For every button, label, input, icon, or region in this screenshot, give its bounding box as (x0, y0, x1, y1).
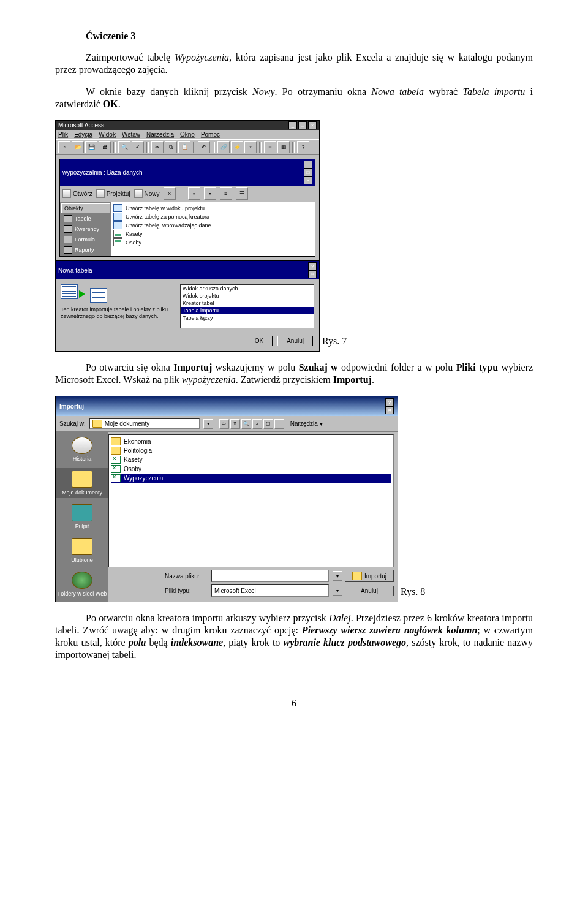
dialog-close-icon[interactable]: × (308, 270, 317, 278)
maximize-icon[interactable]: □ (298, 121, 307, 129)
screenshot-access: Microsoft Access _ □ × Plik Edycja Widok… (55, 120, 320, 352)
db-title: wypozyczalnia : Baza danych (62, 169, 143, 176)
tool-relation-icon[interactable]: ∞ (244, 141, 257, 153)
bold-italic: Pierwszy wiersz zawiera nagłówek kolumn (302, 625, 477, 635)
sidebar-item-tabele[interactable]: Tabele (61, 214, 110, 224)
filename-dropdown-icon[interactable]: ▾ (333, 571, 342, 581)
tool-props-icon[interactable]: ≡ (264, 141, 276, 153)
list-item-table[interactable]: Kasety (113, 230, 313, 238)
dialog-title: Nowa tabela (58, 267, 92, 274)
menu-plik[interactable]: Plik (58, 131, 68, 138)
import-title: Importuj (59, 403, 84, 410)
folder-icon (111, 447, 121, 455)
newfolder-icon[interactable]: ▢ (263, 419, 273, 429)
window-controls: _ □ × (288, 121, 317, 129)
file-item-folder[interactable]: Ekonomia (111, 437, 391, 446)
tool-db-icon[interactable]: ▦ (277, 141, 290, 153)
toolbar: ▫ 📂 💾 🖶 🔍 ✓ ✂ ⧉ 📋 ↶ 🔗 ⚡ ∞ ≡ ▦ ? (56, 139, 319, 155)
listbox-item[interactable]: Tabela łączy (181, 314, 314, 322)
places-bar: Historia Moje dokumenty Pulpit Ulubione … (56, 432, 108, 602)
db-minimize-icon[interactable]: _ (304, 161, 312, 168)
up-icon[interactable]: ⇧ (230, 419, 240, 429)
delete-icon[interactable]: × (252, 419, 262, 429)
list-item[interactable]: Utwórz tabelę w widoku projektu (113, 204, 313, 212)
listbox-item[interactable]: Kreator tabel (181, 300, 314, 307)
listbox-item[interactable]: Widok projektu (181, 292, 314, 300)
delete-icon[interactable]: × (164, 187, 176, 200)
tool-help-icon[interactable]: ? (297, 141, 309, 153)
sidebar-item-formularze[interactable]: Formula... (61, 235, 110, 244)
list-item[interactable]: Utwórz tabelę, wprowadzając dane (113, 221, 313, 229)
back-icon[interactable]: ⇦ (219, 419, 229, 429)
import-close-icon[interactable]: × (385, 406, 394, 414)
tool-link-icon[interactable]: 🔗 (217, 141, 230, 153)
tool-paste-icon[interactable]: 📋 (178, 141, 190, 153)
minimize-icon[interactable]: _ (288, 121, 297, 129)
place-pulpit[interactable]: Pulpit (56, 502, 108, 532)
menu-widok[interactable]: Widok (99, 131, 116, 138)
bold-italic: pola (129, 637, 146, 648)
db-close-icon[interactable]: × (304, 176, 312, 184)
filename-input[interactable] (211, 570, 329, 582)
cancel-button[interactable]: Anuluj (345, 586, 394, 596)
place-foldery-web[interactable]: Foldery w sieci Web (56, 569, 108, 599)
import-icon (352, 572, 362, 580)
list-item-table[interactable]: Osoby (113, 238, 313, 246)
search-icon[interactable]: 🔍 (241, 419, 251, 429)
menu-narzedzia[interactable]: Narzędzia (146, 131, 174, 138)
tool-new-icon[interactable]: ▫ (58, 141, 70, 153)
import-button[interactable]: Importuj (345, 570, 394, 582)
list-item[interactable]: Utwórz tabelę za pomocą kreatora (113, 213, 313, 221)
menu-okno[interactable]: Okno (180, 131, 195, 138)
place-moje-dokumenty[interactable]: Moje dokumenty (56, 468, 108, 498)
tool-copy-icon[interactable]: ⧉ (165, 141, 177, 153)
filetype-combo[interactable]: Microsoft Excel (211, 584, 329, 597)
cancel-button[interactable]: Anuluj (277, 336, 313, 346)
dialog-help-icon[interactable]: ? (308, 262, 317, 270)
text: . Zatwierdź przyciskiem (236, 374, 333, 385)
view-large-icon[interactable]: ▫ (188, 187, 200, 200)
paragraph-2: W oknie bazy danych kliknij przycisk Now… (55, 86, 533, 110)
dialog-listbox[interactable]: Widok arkusza danych Widok projektu Krea… (180, 284, 314, 328)
ok-button[interactable]: OK (246, 336, 273, 346)
view-details-icon[interactable]: ☰ (236, 187, 248, 200)
tool-preview-icon[interactable]: 🔍 (118, 141, 130, 153)
bold: Pliki typu (456, 362, 498, 373)
import-help-icon[interactable]: ? (385, 398, 394, 406)
place-ulubione[interactable]: Ulubione (56, 535, 108, 565)
lookin-combo[interactable]: Moje dokumenty (89, 418, 200, 429)
sidebar-item-raporty[interactable]: Raporty (61, 245, 110, 255)
tool-print-icon[interactable]: 🖶 (99, 141, 111, 153)
view-list-icon[interactable]: ≡ (220, 187, 232, 200)
figure-7-caption: Rys. 7 (322, 336, 347, 352)
listbox-item[interactable]: Widok arkusza danych (181, 285, 314, 292)
lookin-label: Szukaj w: (59, 420, 86, 427)
file-item-xls[interactable]: Osoby (111, 464, 391, 474)
menu-pomoc[interactable]: Pomoc (201, 131, 220, 138)
tools-dropdown[interactable]: Narzędzia ▾ (290, 420, 323, 427)
view-small-icon[interactable]: ▪ (204, 187, 216, 200)
file-item-xls[interactable]: Kasety (111, 455, 391, 464)
tool-undo-icon[interactable]: ↶ (198, 141, 210, 153)
tool-cut-icon[interactable]: ✂ (151, 141, 164, 153)
lookin-dropdown-icon[interactable]: ▾ (203, 419, 213, 429)
tool-analyze-icon[interactable]: ⚡ (231, 141, 243, 153)
file-list[interactable]: Ekonomia Politologia Kasety Osoby Wypozy… (108, 434, 394, 567)
new-button[interactable]: Nowy (134, 189, 160, 198)
file-item-xls-selected[interactable]: Wypozyczenia (111, 474, 391, 483)
close-icon[interactable]: × (308, 121, 317, 129)
sidebar-item-kwerendy[interactable]: Kwerendy (61, 224, 110, 234)
place-historia[interactable]: Historia (56, 434, 108, 464)
filetype-dropdown-icon[interactable]: ▾ (333, 586, 342, 596)
file-item-folder[interactable]: Politologia (111, 446, 391, 455)
menu-edycja[interactable]: Edycja (74, 131, 92, 138)
open-button[interactable]: Otwórz (62, 189, 92, 198)
design-button[interactable]: Projektuj (96, 189, 130, 198)
tool-spell-icon[interactable]: ✓ (132, 141, 144, 153)
listbox-item-selected[interactable]: Tabela importu (181, 307, 314, 314)
tool-open-icon[interactable]: 📂 (72, 141, 84, 153)
menu-wstaw[interactable]: Wstaw (122, 131, 140, 138)
tool-save-icon[interactable]: 💾 (85, 141, 97, 153)
views-icon[interactable]: ☰ (274, 419, 284, 429)
db-maximize-icon[interactable]: □ (304, 168, 312, 176)
